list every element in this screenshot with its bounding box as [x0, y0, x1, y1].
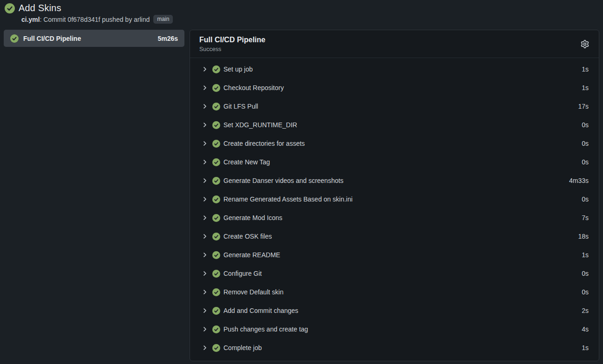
commit-info: : Commit 0f678d341f pushed by arlind	[40, 16, 150, 23]
step-name: Generate README	[223, 251, 582, 259]
step-duration: 1s	[582, 84, 589, 91]
check-circle-icon	[212, 307, 220, 315]
check-circle-icon	[212, 177, 220, 185]
branch-badge[interactable]: main	[153, 15, 173, 24]
step-duration: 0s	[582, 288, 589, 296]
step-row[interactable]: Create New Tag 0s	[190, 153, 599, 171]
step-row[interactable]: Remove Default skin 0s	[190, 283, 599, 301]
step-duration: 17s	[578, 103, 589, 110]
chevron-right-icon[interactable]	[202, 196, 208, 202]
job-name: Full CI/CD Pipeline	[23, 35, 153, 42]
steps-list: Set up job 1s Checkout Repository 1s Git…	[190, 58, 599, 361]
step-row[interactable]: Add and Commit changes 2s	[190, 301, 599, 320]
check-circle-icon	[212, 325, 220, 333]
chevron-right-icon[interactable]	[202, 103, 208, 110]
job-panel-header: Full CI/CD Pipeline Success	[190, 30, 599, 58]
step-row[interactable]: Create directories for assets 0s	[190, 134, 599, 153]
chevron-right-icon[interactable]	[202, 233, 208, 240]
run-title: Add Skins	[19, 3, 61, 13]
step-name: Complete job	[223, 344, 582, 351]
step-name: Generate Mod Icons	[223, 214, 582, 221]
chevron-right-icon[interactable]	[202, 270, 208, 277]
step-row[interactable]: Create OSK files 18s	[190, 227, 599, 246]
check-circle-icon	[212, 84, 220, 92]
check-circle-icon	[212, 251, 220, 259]
sidebar-job-item[interactable]: Full CI/CD Pipeline 5m26s	[4, 30, 184, 47]
chevron-right-icon[interactable]	[202, 307, 208, 314]
step-duration: 0s	[582, 195, 589, 203]
chevron-right-icon[interactable]	[202, 122, 208, 128]
step-name: Set XDG_RUNTIME_DIR	[223, 121, 582, 129]
run-success-check-icon	[5, 3, 15, 13]
step-name: Create OSK files	[223, 233, 578, 240]
step-row[interactable]: Git LFS Pull 17s	[190, 97, 599, 116]
step-row[interactable]: Generate Mod Icons 7s	[190, 208, 599, 227]
chevron-right-icon[interactable]	[202, 84, 208, 91]
gear-icon[interactable]	[580, 39, 590, 49]
step-name: Set up job	[223, 65, 582, 73]
check-circle-icon	[212, 121, 220, 129]
chevron-right-icon[interactable]	[202, 289, 208, 295]
step-row[interactable]: Complete job 1s	[190, 338, 599, 357]
job-success-check-icon	[10, 34, 19, 43]
step-name: Checkout Repository	[223, 84, 582, 91]
check-circle-icon	[212, 270, 220, 278]
step-name: Create New Tag	[223, 158, 582, 166]
check-circle-icon	[212, 233, 220, 240]
step-name: Remove Default skin	[223, 288, 582, 296]
step-name: Push changes and create tag	[223, 325, 582, 333]
step-row[interactable]: Set XDG_RUNTIME_DIR 0s	[190, 116, 599, 134]
check-circle-icon	[212, 140, 220, 148]
step-name: Configure Git	[223, 270, 582, 277]
step-duration: 0s	[582, 121, 589, 129]
step-duration: 0s	[582, 270, 589, 277]
chevron-right-icon[interactable]	[202, 344, 208, 351]
chevron-right-icon[interactable]	[202, 214, 208, 221]
job-detail-panel: Full CI/CD Pipeline Success Set up job 1…	[190, 30, 599, 361]
jobs-sidebar: Full CI/CD Pipeline 5m26s	[4, 30, 184, 47]
check-circle-icon	[212, 65, 220, 73]
actions-run-page: Add Skins ci.yml: Commit 0f678d341f push…	[0, 0, 603, 364]
check-circle-icon	[212, 288, 220, 296]
step-row[interactable]: Checkout Repository 1s	[190, 78, 599, 97]
chevron-right-icon[interactable]	[202, 326, 208, 332]
chevron-right-icon[interactable]	[202, 66, 208, 72]
step-duration: 1s	[582, 251, 589, 259]
check-circle-icon	[212, 344, 220, 352]
step-duration: 1s	[582, 65, 589, 73]
step-row[interactable]: Generate README 1s	[190, 246, 599, 264]
check-circle-icon	[212, 158, 220, 166]
chevron-right-icon[interactable]	[202, 140, 208, 147]
step-row[interactable]: Rename Generated Assets Based on skin.in…	[190, 190, 599, 208]
step-duration: 4s	[582, 325, 589, 333]
step-name: Rename Generated Assets Based on skin.in…	[223, 195, 582, 203]
chevron-right-icon[interactable]	[202, 252, 208, 258]
chevron-right-icon[interactable]	[202, 159, 208, 165]
step-duration: 0s	[582, 140, 589, 147]
step-name: Git LFS Pull	[223, 103, 578, 110]
job-status-text: Success	[199, 46, 580, 53]
job-panel-title: Full CI/CD Pipeline	[199, 35, 580, 45]
step-name: Create directories for assets	[223, 140, 582, 147]
step-name: Generate Danser videos and screenshots	[223, 177, 569, 184]
workflow-file-name: ci.yml	[21, 16, 40, 23]
check-circle-icon	[212, 195, 220, 203]
run-subtitle: ci.yml: Commit 0f678d341f pushed by arli…	[21, 15, 598, 24]
chevron-right-icon[interactable]	[202, 177, 208, 184]
step-name: Add and Commit changes	[223, 307, 582, 314]
step-duration: 2s	[582, 307, 589, 314]
step-row[interactable]: Push changes and create tag 4s	[190, 320, 599, 338]
check-circle-icon	[212, 214, 220, 222]
step-duration: 4m33s	[569, 177, 589, 184]
step-row[interactable]: Generate Danser videos and screenshots 4…	[190, 171, 599, 190]
step-duration: 7s	[582, 214, 589, 221]
run-header: Add Skins ci.yml: Commit 0f678d341f push…	[0, 0, 603, 24]
step-row[interactable]: Set up job 1s	[190, 60, 599, 78]
step-duration: 0s	[582, 158, 589, 166]
check-circle-icon	[212, 103, 220, 110]
step-duration: 18s	[578, 233, 589, 240]
job-duration: 5m26s	[157, 35, 178, 42]
step-duration: 1s	[582, 344, 589, 351]
step-row[interactable]: Configure Git 0s	[190, 264, 599, 283]
